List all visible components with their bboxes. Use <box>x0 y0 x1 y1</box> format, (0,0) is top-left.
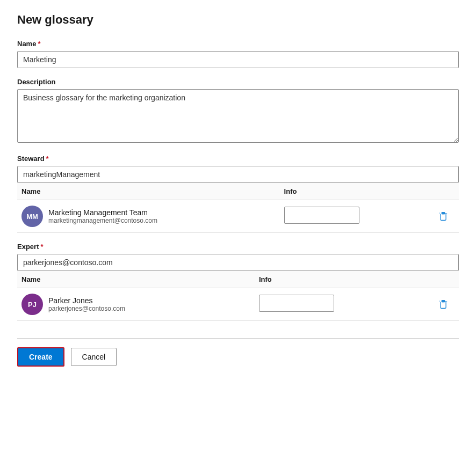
steward-person-name: Marketing Management Team <box>48 208 157 217</box>
steward-col-name: Name <box>17 183 280 200</box>
steward-table: Name Info MM Marketing Management Team m… <box>17 183 459 233</box>
expert-person-info: Parker Jones parkerjones@contoso.com <box>48 296 125 312</box>
expert-input[interactable] <box>17 254 459 271</box>
steward-info-cell <box>280 200 432 233</box>
trash-icon <box>438 211 448 221</box>
steward-required-star: * <box>46 155 49 163</box>
expert-col-name: Name <box>17 271 255 288</box>
steward-delete-cell <box>432 200 459 233</box>
steward-delete-button[interactable] <box>436 209 450 223</box>
name-input[interactable] <box>17 51 459 68</box>
expert-person-email: parkerjones@contoso.com <box>48 305 125 312</box>
steward-person-email: marketingmanagement@contoso.com <box>48 217 157 224</box>
expert-info-input[interactable] <box>259 295 334 312</box>
steward-person-info: Marketing Management Team marketingmanag… <box>48 208 157 224</box>
expert-delete-cell <box>432 288 459 321</box>
expert-info-cell <box>255 288 432 321</box>
steward-input[interactable] <box>17 166 459 183</box>
name-field-group: Name * <box>17 40 459 68</box>
page-title: New glossary <box>17 13 459 27</box>
description-field-group: Description Business glossary for the ma… <box>17 78 459 145</box>
expert-row-person: PJ Parker Jones parkerjones@contoso.com <box>17 288 255 321</box>
expert-delete-button[interactable] <box>436 297 450 311</box>
expert-label: Expert * <box>17 243 459 251</box>
description-input[interactable]: Business glossary for the marketing orga… <box>17 89 459 143</box>
expert-avatar: PJ <box>21 294 43 315</box>
steward-row: MM Marketing Management Team marketingma… <box>17 200 459 233</box>
name-required-star: * <box>38 40 40 48</box>
expert-col-info: Info <box>255 271 432 288</box>
description-label: Description <box>17 78 459 86</box>
expert-row: PJ Parker Jones parkerjones@contoso.com <box>17 288 459 321</box>
steward-info-input[interactable] <box>284 207 359 224</box>
expert-required-star: * <box>40 243 43 251</box>
expert-section: Expert * Name Info PJ Parker Jones parke… <box>17 243 459 321</box>
name-label: Name * <box>17 40 459 48</box>
steward-avatar: MM <box>21 206 43 227</box>
cancel-button[interactable]: Cancel <box>71 348 117 366</box>
footer-bar: Create Cancel <box>17 338 459 367</box>
expert-table: Name Info PJ Parker Jones parkerjones@co… <box>17 271 459 321</box>
trash-icon-expert <box>438 299 448 309</box>
steward-col-info: Info <box>280 183 432 200</box>
steward-row-person: MM Marketing Management Team marketingma… <box>17 200 280 233</box>
steward-section: Steward * Name Info MM Marketing Managem… <box>17 155 459 233</box>
steward-label: Steward * <box>17 155 459 163</box>
create-button[interactable]: Create <box>17 347 64 367</box>
expert-person-name: Parker Jones <box>48 296 125 305</box>
